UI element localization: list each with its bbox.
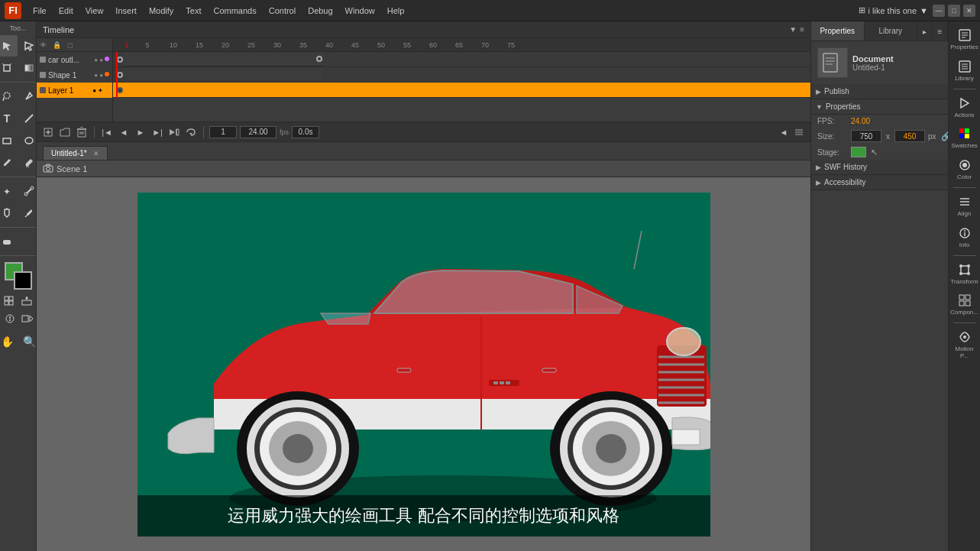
timeline-frames: 1 5 10 15 20 25 30 35 40 45 50 55	[113, 38, 810, 122]
fr-library-label: Library	[955, 76, 973, 83]
fr-info-btn[interactable]: Info	[951, 222, 978, 252]
timeline-menu-icon[interactable]: ≡	[800, 25, 804, 34]
stage-tab-untitled[interactable]: Untitled-1* ✕	[43, 146, 108, 160]
lasso-tool[interactable]	[0, 86, 18, 107]
fr-motion-btn[interactable]: Motion P...	[951, 326, 978, 363]
svg-marker-41	[170, 129, 175, 135]
deco-tool[interactable]: ✦	[0, 180, 18, 202]
panel-tab-menu[interactable]: ≡	[933, 21, 948, 41]
svg-point-109	[967, 264, 970, 267]
transform-3d-tool[interactable]	[0, 57, 18, 79]
stage-color-picker[interactable]	[851, 147, 866, 157]
fr-library-btn[interactable]: Library	[951, 56, 978, 86]
tab-close-icon[interactable]: ✕	[93, 150, 99, 157]
fr-actions-btn[interactable]: Actions	[951, 92, 978, 122]
menu-window[interactable]: Window	[340, 4, 380, 18]
timeline-expand-icon[interactable]: ▼	[789, 25, 797, 34]
svg-point-11	[25, 138, 33, 144]
menu-modify[interactable]: Modify	[144, 4, 179, 18]
layer-color-dot	[105, 87, 109, 92]
last-frame-button[interactable]	[167, 125, 181, 139]
maximize-button[interactable]: □	[948, 5, 960, 17]
eraser-tool[interactable]	[0, 231, 18, 252]
stroke-color[interactable]	[14, 271, 32, 290]
menu-edit[interactable]: Edit	[53, 4, 79, 18]
pencil-tool[interactable]	[0, 152, 18, 173]
publish-section-header[interactable]: ▶ Publish	[811, 84, 948, 99]
frame-row-car[interactable]	[113, 52, 810, 67]
breadcrumb-scene[interactable]: Scene 1	[57, 164, 87, 173]
selection-tool[interactable]	[0, 35, 18, 57]
swf-arrow: ▶	[816, 164, 821, 171]
fps-value[interactable]: 24.00	[851, 117, 870, 125]
add-folder-button[interactable]	[58, 125, 72, 139]
minimize-button[interactable]: —	[933, 5, 945, 17]
properties-section-header[interactable]: ▼ Properties	[811, 99, 948, 115]
canvas-area[interactable]: 运用威力强大的绘画工具 配合不同的控制选项和风格	[37, 177, 810, 551]
link-icon[interactable]: 🔗	[941, 131, 948, 141]
svg-marker-26	[25, 297, 28, 299]
svg-rect-96	[965, 128, 969, 133]
panel-tab-expand[interactable]: ▸	[917, 21, 933, 41]
fr-properties-btn[interactable]: Properties	[951, 24, 978, 54]
canvas[interactable]: 运用威力强大的绘画工具 配合不同的控制选项和风格	[137, 193, 710, 536]
close-button[interactable]: ✕	[963, 5, 975, 17]
frame-row-shape[interactable]	[113, 67, 810, 83]
menu-help[interactable]: Help	[382, 4, 410, 18]
next-frame-button[interactable]: ►|	[150, 125, 164, 139]
layer-shape1[interactable]: Shape 1 ● ●	[37, 67, 112, 83]
align-icon	[957, 194, 972, 209]
fr-properties-label: Properties	[950, 44, 978, 51]
properties-tab[interactable]: Properties	[811, 21, 865, 41]
prev-frame-button[interactable]: ◄	[117, 125, 131, 139]
menu-commands[interactable]: Commands	[208, 4, 261, 18]
frame-numbers: 1 5 10 15 20 25 30 35 40 45 50 55	[116, 41, 524, 49]
button-option1[interactable]	[2, 311, 18, 326]
menu-view[interactable]: View	[80, 4, 109, 18]
timeline-more[interactable]	[792, 125, 806, 139]
fps-input[interactable]	[240, 126, 277, 138]
paint-bucket-tool[interactable]	[0, 203, 18, 224]
menu-insert[interactable]: Insert	[110, 4, 142, 18]
frame-35: 35	[290, 41, 316, 49]
swf-history-header[interactable]: ▶ SWF History	[811, 160, 948, 175]
rect-tool[interactable]	[0, 130, 18, 151]
play-button[interactable]: ►	[134, 125, 147, 139]
frame-input[interactable]	[209, 126, 237, 138]
snap-grid-button[interactable]	[2, 294, 18, 310]
button-option2[interactable]	[19, 311, 34, 326]
accessibility-header[interactable]: ▶ Accessibility	[811, 175, 948, 190]
fr-align-btn[interactable]: Align	[951, 191, 978, 221]
layer-1[interactable]: Layer 1 ● ✦	[37, 83, 112, 98]
loop-button[interactable]	[184, 125, 198, 139]
svg-rect-113	[965, 295, 970, 300]
fr-components-btn[interactable]: Compon...	[951, 290, 978, 319]
library-tab[interactable]: Library	[865, 21, 918, 41]
hand-tool[interactable]: ✋	[0, 331, 18, 352]
divider	[94, 126, 95, 138]
fr-swatches-btn[interactable]: Swatches	[951, 123, 978, 153]
delete-layer-button[interactable]	[75, 125, 89, 139]
frame-10: 10	[160, 41, 186, 49]
frame-row-layer1[interactable]	[113, 83, 810, 98]
snap-objects-button[interactable]	[19, 294, 34, 310]
add-layer-button[interactable]	[41, 125, 55, 139]
menu-debug[interactable]: Debug	[302, 4, 338, 18]
layer-car-outline-name: car outl...	[48, 56, 92, 64]
menu-text[interactable]: Text	[180, 4, 206, 18]
size-width-input[interactable]	[851, 130, 881, 142]
motion-icon	[957, 329, 972, 345]
timeline-scroll-left[interactable]: ◄	[777, 125, 791, 139]
fr-transform-btn[interactable]: Transform	[951, 259, 978, 289]
first-frame-button[interactable]: |◄	[100, 125, 114, 139]
text-tool[interactable]: T	[0, 108, 18, 129]
menu-file[interactable]: File	[27, 4, 52, 18]
menu-control[interactable]: Control	[264, 4, 301, 18]
time-input[interactable]	[292, 126, 319, 138]
layer-car-outline[interactable]: car outl... ● ●	[37, 52, 112, 67]
fr-color-btn[interactable]: Color	[951, 154, 978, 184]
timeline-title: Timeline	[43, 25, 74, 34]
size-height-input[interactable]	[894, 130, 925, 142]
profile-area[interactable]: ⊞ i like this one ▼	[859, 5, 928, 15]
fr-divider3	[953, 255, 976, 256]
